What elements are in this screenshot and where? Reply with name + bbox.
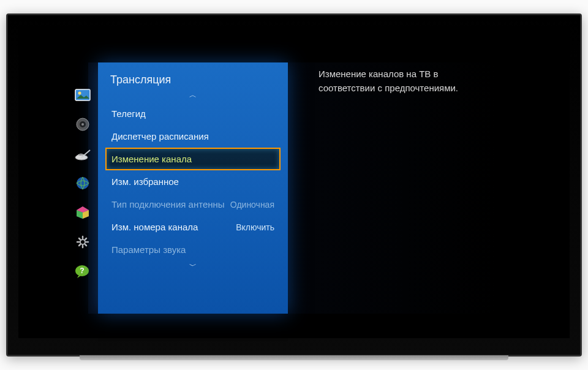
svg-point-4 [81,123,84,126]
tv-screen: ? Трансляция ︿ Телегид Диспетчер расписа… [18,26,570,338]
svg-point-6 [77,177,89,189]
chevron-down-icon[interactable]: ﹀ [98,261,288,273]
svg-text:?: ? [80,266,84,275]
sidebar: ? [67,62,98,314]
svg-rect-0 [75,89,90,100]
panel-title: Трансляция [98,62,288,90]
network-icon[interactable] [74,175,92,191]
menu-item-label: Телегид [111,108,146,119]
settings-panel: Трансляция ︿ Телегид Диспетчер расписани… [98,62,288,314]
menu-item-label: Диспетчер расписания [111,131,209,142]
menu-item-label: Тип подключения антенны [111,199,225,210]
system-icon[interactable] [74,234,92,250]
menu-item-antenna-type: Тип подключения антенны Одиночная [105,193,281,216]
description-text: Изменение каналов на ТВ в соответствии с… [318,67,466,95]
menu-area: ? Трансляция ︿ Телегид Диспетчер расписа… [67,62,288,314]
menu-item-sound-params: Параметры звука [105,238,281,261]
menu-item-channel-numbers[interactable]: Изм. номера канала Включить [105,216,281,238]
smarthub-icon[interactable] [74,205,92,221]
menu-item-label: Параметры звука [111,244,186,255]
menu-items-list: Телегид Диспетчер расписания Изменение к… [98,102,288,261]
chevron-up-icon[interactable]: ︿ [98,90,288,102]
menu-item-edit-channel[interactable]: Изменение канала [105,148,281,170]
menu-item-label: Изм. избранное [111,176,179,187]
menu-item-label: Изменение канала [111,154,192,164]
menu-item-value: Включить [236,222,274,232]
svg-point-7 [80,240,85,244]
support-icon[interactable]: ? [74,263,92,279]
picture-icon[interactable] [74,87,92,103]
menu-item-value: Одиночная [230,200,274,210]
menu-item-edit-favorites[interactable]: Изм. избранное [105,170,281,193]
menu-item-teleguide[interactable]: Телегид [105,102,281,125]
menu-item-schedule[interactable]: Диспетчер расписания [105,125,281,148]
svg-point-1 [78,92,81,95]
menu-item-label: Изм. номера канала [111,222,198,232]
broadcast-icon[interactable] [74,146,92,162]
tv-frame: ? Трансляция ︿ Телегид Диспетчер расписа… [6,13,582,357]
sound-icon[interactable] [74,116,92,132]
